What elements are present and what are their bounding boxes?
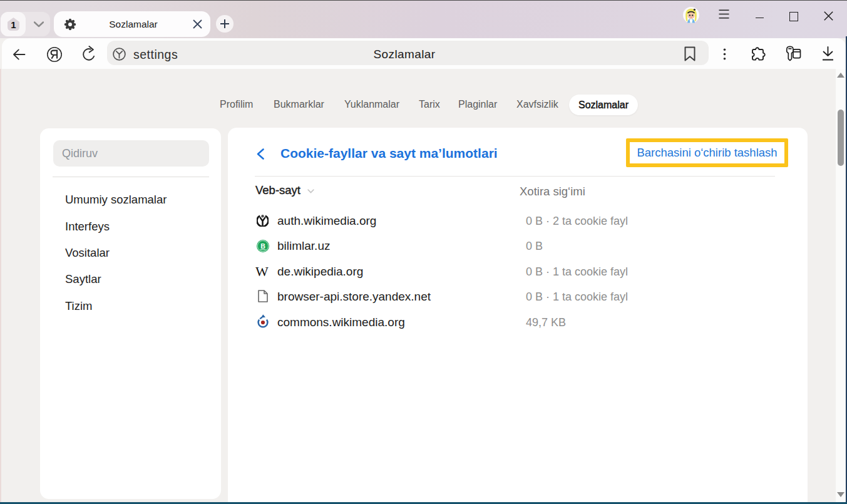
svg-text:B: B — [260, 242, 265, 250]
svg-text:1: 1 — [11, 19, 16, 30]
